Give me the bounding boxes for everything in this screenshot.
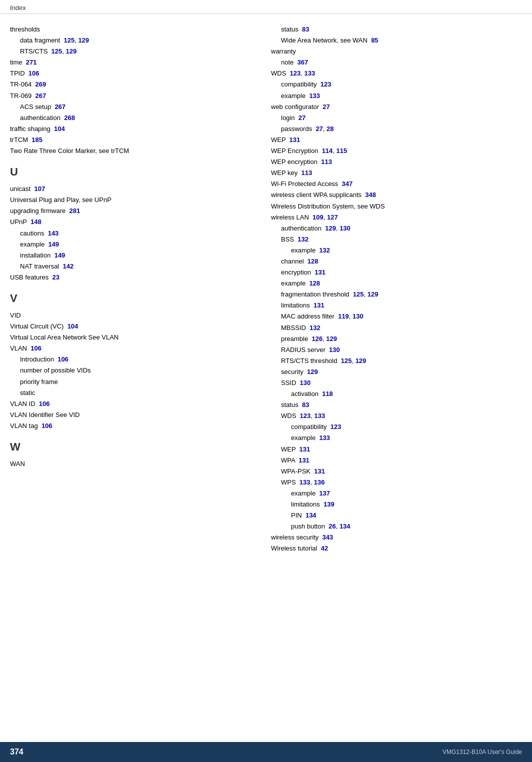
page-ref[interactable]: 23	[52, 274, 60, 281]
page-ref[interactable]: 132	[319, 246, 330, 254]
page-ref[interactable]: 125	[52, 48, 62, 55]
page-header: Index	[0, 0, 532, 14]
page-ref[interactable]: 119	[338, 312, 349, 320]
index-entry: example 137	[271, 488, 522, 499]
page-ref[interactable]: 113	[301, 169, 312, 176]
page-ref[interactable]: 27	[298, 114, 306, 122]
page-ref[interactable]: 113	[321, 158, 332, 166]
index-entry: push button 26, 134	[271, 521, 522, 532]
page-ref[interactable]: 104	[54, 125, 65, 132]
page-ref[interactable]: 106	[30, 344, 42, 352]
page-ref[interactable]: 149	[48, 240, 59, 248]
page-ref[interactable]: 123	[330, 423, 342, 430]
page-ref[interactable]: 125	[341, 357, 352, 364]
header-title: Index	[10, 4, 26, 12]
page-ref[interactable]: 126	[312, 335, 322, 342]
page-ref[interactable]: 123	[290, 70, 301, 77]
page-ref[interactable]: 271	[26, 58, 37, 66]
page-ref[interactable]: 136	[314, 478, 325, 486]
page-ref[interactable]: 83	[302, 26, 309, 33]
page-ref[interactable]: 125	[353, 290, 364, 298]
page-ref[interactable]: 129	[66, 48, 77, 55]
page-ref[interactable]: 106	[39, 400, 50, 408]
index-entry: TR-069 267	[10, 90, 251, 102]
page-ref[interactable]: 143	[48, 230, 59, 237]
page-ref[interactable]: 142	[62, 262, 74, 270]
page-ref[interactable]: 129	[307, 368, 318, 376]
page-ref[interactable]: 26	[328, 522, 336, 530]
page-ref[interactable]: 129	[78, 36, 89, 44]
page-ref[interactable]: 185	[32, 136, 42, 144]
page-ref[interactable]: 131	[298, 456, 310, 464]
page-ref[interactable]: 83	[302, 401, 309, 408]
page-ref[interactable]: 115	[336, 147, 348, 154]
page-ref[interactable]: 27	[322, 103, 330, 110]
page-ref[interactable]: 268	[64, 114, 75, 122]
index-entry: thresholds	[10, 24, 251, 35]
index-entry: VLAN tag 106	[10, 420, 251, 432]
page-ref[interactable]: 131	[300, 446, 310, 453]
page-ref[interactable]: 131	[290, 136, 300, 144]
page-ref[interactable]: 127	[327, 214, 338, 221]
page-ref[interactable]: 129	[368, 290, 378, 298]
page-ref[interactable]: 128	[308, 258, 318, 265]
page-ref[interactable]: 104	[68, 322, 78, 330]
page-ref[interactable]: 133	[300, 478, 310, 486]
index-entry: warranty	[271, 46, 522, 57]
page-ref[interactable]: 132	[310, 324, 320, 332]
page-ref[interactable]: 130	[352, 312, 364, 320]
page-ref[interactable]: 149	[54, 252, 66, 259]
page-ref[interactable]: 134	[306, 512, 316, 519]
page-ref[interactable]: 133	[314, 412, 326, 420]
page-ref[interactable]: 347	[342, 180, 353, 188]
page-ref[interactable]: 267	[36, 92, 46, 100]
page-ref[interactable]: 269	[36, 80, 46, 88]
page-ref[interactable]: 130	[340, 224, 350, 232]
page-ref[interactable]: 133	[319, 434, 330, 442]
page-ref[interactable]: 106	[28, 70, 40, 77]
index-entry: time 271	[10, 57, 251, 68]
page-ref[interactable]: 130	[329, 346, 340, 354]
index-entry: authentication 129, 130	[271, 223, 522, 234]
page-ref[interactable]: 132	[298, 236, 308, 243]
index-entry: TR-064 269	[10, 79, 251, 90]
page-ref[interactable]: 28	[326, 125, 334, 132]
page-ref[interactable]: 131	[314, 468, 325, 475]
page-ref[interactable]: 281	[70, 207, 80, 214]
page-ref[interactable]: 131	[314, 268, 326, 276]
page-ref[interactable]: 123	[300, 412, 311, 420]
page-ref[interactable]: 27	[316, 125, 322, 132]
page-ref[interactable]: 106	[58, 356, 68, 363]
index-entry: VLAN 106	[10, 343, 251, 354]
page-ref[interactable]: 128	[309, 280, 320, 287]
page-ref[interactable]: 123	[320, 80, 332, 88]
page-ref[interactable]: 133	[309, 92, 320, 100]
page-ref[interactable]: 134	[340, 522, 350, 530]
index-entry: Two Rate Three Color Marker, see trTCM	[10, 146, 251, 156]
page-ref[interactable]: 137	[319, 490, 330, 497]
page-ref[interactable]: 131	[314, 302, 324, 309]
page-ref[interactable]: 109	[312, 214, 324, 221]
page-ref[interactable]: 130	[300, 379, 311, 386]
page-ref[interactable]: 133	[304, 70, 316, 77]
page-ref[interactable]: 267	[54, 103, 66, 110]
page-ref[interactable]: 106	[42, 422, 52, 430]
page-ref[interactable]: 118	[322, 390, 333, 398]
index-entry: WEP 131	[271, 134, 522, 146]
page-ref[interactable]: 129	[325, 224, 336, 232]
page-ref[interactable]: 343	[322, 534, 334, 541]
page-ref[interactable]: 107	[34, 185, 45, 192]
page-ref[interactable]: 129	[356, 357, 366, 364]
page-ref[interactable]: 42	[321, 544, 328, 552]
index-entry: note 367	[271, 57, 522, 68]
page-ref[interactable]: 129	[326, 335, 337, 342]
index-entry: example 132	[271, 245, 522, 256]
left-column: thresholdsdata fragment 125, 129RTS/CTS …	[10, 24, 266, 554]
page-ref[interactable]: 85	[371, 36, 378, 44]
page-ref[interactable]: 148	[30, 218, 42, 226]
page-ref[interactable]: 139	[324, 500, 334, 508]
page-ref[interactable]: 125	[64, 36, 74, 44]
page-ref[interactable]: 114	[322, 147, 333, 154]
page-ref[interactable]: 367	[298, 58, 308, 66]
page-ref[interactable]: 348	[365, 191, 376, 198]
